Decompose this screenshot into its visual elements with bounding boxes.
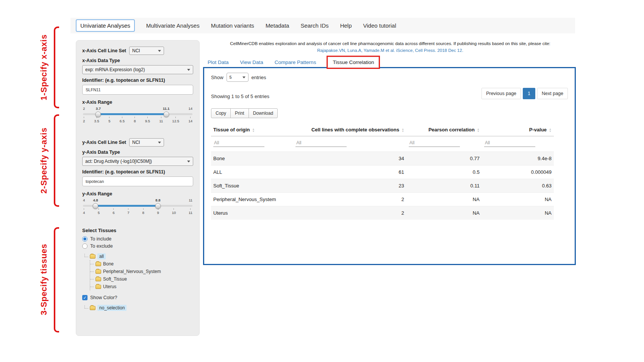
dropdown-caret-icon (158, 142, 161, 144)
entries-label: entries (252, 75, 266, 80)
slider-tick: 2 (83, 117, 85, 123)
slider-tick: 6 (113, 208, 114, 215)
table-row[interactable]: Peripheral_Nervous_System 2 NA NA (211, 193, 554, 206)
slider-tick: 8 (134, 117, 136, 123)
slider-tick: 14 (188, 117, 192, 123)
table-row[interactable]: Bone 34 0.77 9.4e-8 (211, 152, 554, 165)
tissue-correlation-table: Tissue of origin▲▼ Cell lines with compl… (211, 123, 554, 220)
show-color-checkbox[interactable]: ✓ (82, 295, 88, 300)
slider-high-label: 8.8 (155, 198, 160, 202)
cell-tissue: ALL (211, 165, 293, 179)
filter-cell-lines-input[interactable] (295, 139, 347, 147)
column-header-tissue-of-origin[interactable]: Tissue of origin▲▼ (211, 123, 293, 136)
dropdown-caret-icon (242, 76, 245, 78)
pagination: Previous page 1 Next page (481, 88, 568, 99)
previous-page-button[interactable]: Previous page (481, 88, 521, 99)
slider-low-label: 3.7 (96, 106, 101, 111)
slider-track[interactable] (83, 205, 192, 207)
cell-n: 2 (293, 206, 406, 220)
y-axis-data-type-select[interactable]: act: Drug Activity (-log10[IC50M]) (82, 157, 193, 166)
to-include-radio[interactable] (82, 236, 88, 242)
next-page-button[interactable]: Next page (537, 88, 568, 99)
slider-tick: 10 (172, 208, 176, 215)
y-axis-cell-line-set-label: y-Axis Cell Line Set (82, 140, 126, 145)
nav-tab-metadata[interactable]: Metadata (266, 22, 289, 29)
cell-tissue: Uterus (211, 206, 293, 220)
column-header-p-value[interactable]: P-value▲▼ (482, 123, 554, 136)
tab-view-data[interactable]: View Data (239, 57, 264, 67)
cell-pearson: 0.77 (406, 152, 482, 165)
nav-tab-search-ids[interactable]: Search IDs (300, 22, 328, 29)
nav-tab-univariate-analyses[interactable]: Univariate Analyses (76, 19, 135, 32)
cell-pearson: NA (406, 206, 482, 220)
copy-button[interactable]: Copy (211, 108, 231, 118)
slider-handle-low[interactable] (93, 203, 98, 209)
print-button[interactable]: Print (230, 108, 249, 118)
tree-node-bone[interactable]: Bone (103, 261, 114, 267)
annotation-step2-label: 2-Specify y-axis (39, 128, 49, 193)
page-length-select[interactable]: 5 (227, 73, 249, 82)
y-axis-identifier-input[interactable] (82, 176, 193, 186)
slider-tick: 12.5 (172, 117, 180, 123)
tree-node-soft-tissue[interactable]: Soft_Tissue (103, 276, 127, 282)
filter-tissue-input[interactable] (213, 139, 264, 147)
slider-tick: 7 (127, 208, 129, 215)
tree-node-peripheral-nervous-system[interactable]: Peripheral_Nervous_System (103, 269, 161, 274)
tree-connector (84, 254, 88, 257)
slider-tick: 5 (108, 117, 110, 123)
download-button[interactable]: Download (249, 108, 278, 118)
column-header-pearson-correlation[interactable]: Pearson correlation▲▼ (406, 123, 482, 136)
column-header-cell-lines[interactable]: Cell lines with complete observations▲▼ (293, 123, 406, 136)
tree-node-all[interactable]: all (97, 253, 106, 259)
slider-handle-high[interactable] (163, 111, 169, 117)
slider-tick: 6.5 (120, 117, 125, 123)
y-axis-range-label: y-Axis Range (82, 191, 193, 197)
column-header-label: Cell lines with complete observations (311, 127, 399, 133)
tree-node-no-selection[interactable]: no_selection (97, 305, 127, 311)
sort-icon[interactable]: ▲▼ (477, 128, 480, 133)
page-length-value: 5 (230, 75, 232, 80)
folder-icon (95, 277, 101, 281)
folder-icon (90, 254, 95, 259)
filter-p-value-input[interactable] (484, 139, 535, 147)
slider-track[interactable] (83, 113, 192, 115)
tab-compare-patterns[interactable]: Compare Patterns (274, 57, 317, 67)
sort-icon[interactable]: ▲▼ (402, 128, 404, 133)
table-row[interactable]: Soft_Tissue 23 0.11 0.63 (211, 179, 554, 193)
folder-icon (95, 262, 101, 266)
citation-link[interactable]: Rajapakse.VN, Luna.A, Yamade.M et al. iS… (205, 47, 576, 54)
table-row[interactable]: ALL 61 0.5 0.000049 (211, 165, 554, 179)
cell-pearson: NA (406, 193, 482, 206)
x-axis-data-type-select[interactable]: exp: mRNA Expression (log2) (82, 65, 193, 74)
nav-tab-video-tutorial[interactable]: Video tutorial (363, 22, 396, 29)
nav-tab-mutation-variants[interactable]: Mutation variants (211, 22, 254, 29)
x-axis-identifier-input[interactable] (82, 85, 193, 95)
slider-handle-low[interactable] (95, 111, 101, 117)
slider-handle-high[interactable] (155, 203, 161, 209)
slider-tick: 4 (83, 208, 85, 215)
y-axis-cell-line-set-select[interactable]: NCI (129, 138, 164, 147)
dropdown-caret-icon (187, 161, 190, 162)
nav-tab-multivariate-analyses[interactable]: Multivariate Analyses (146, 22, 200, 29)
dropdown-caret-icon (187, 69, 190, 71)
tab-plot-data[interactable]: Plot Data (207, 57, 230, 67)
cell-tissue: Peripheral_Nervous_System (211, 193, 293, 206)
filter-pearson-input[interactable] (409, 139, 460, 147)
cell-n: 2 (293, 193, 406, 206)
sort-icon[interactable]: ▲▼ (252, 128, 255, 133)
slider-tick: 11 (189, 208, 192, 215)
cell-pearson: 0.5 (406, 165, 482, 179)
table-row[interactable]: Uterus 2 NA NA (211, 206, 554, 220)
annotation-step2-bracket (54, 114, 59, 207)
slider-max-label: 11 (189, 198, 192, 202)
x-axis-cell-line-set-select[interactable]: NCI (129, 47, 164, 55)
y-axis-data-type-value: act: Drug Activity (-log10[IC50M]) (85, 159, 152, 164)
slider-tick: 11 (159, 117, 163, 123)
tree-node-uterus[interactable]: Uterus (103, 284, 116, 289)
tissue-tree: all Bone Peripheral_Nervous_System Soft_… (84, 253, 193, 290)
tab-tissue-correlation[interactable]: Tissue Correlation (328, 57, 379, 68)
nav-tab-help[interactable]: Help (340, 22, 352, 29)
sort-icon[interactable]: ▲▼ (549, 128, 552, 133)
page-number-button[interactable]: 1 (523, 88, 535, 99)
to-exclude-radio[interactable] (82, 243, 88, 249)
